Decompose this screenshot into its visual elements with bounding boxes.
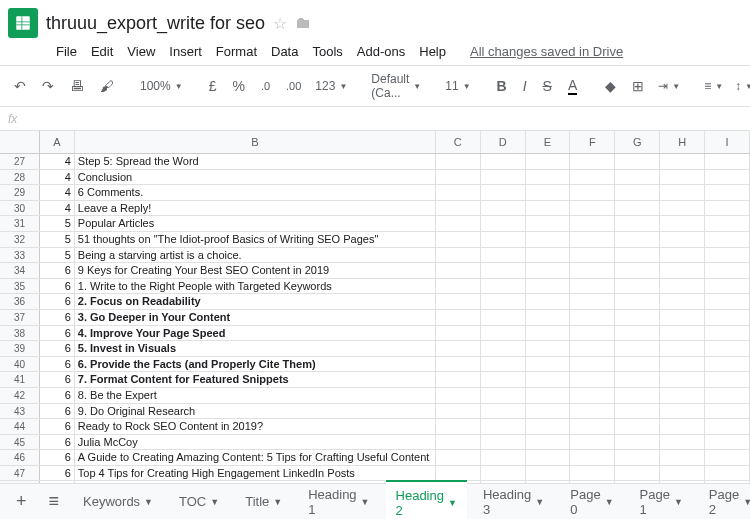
cell[interactable] — [660, 232, 705, 247]
cell[interactable] — [705, 310, 750, 325]
cell[interactable] — [526, 294, 571, 309]
cell[interactable] — [570, 232, 615, 247]
row-header[interactable]: 45 — [0, 435, 40, 450]
cell[interactable]: 5 — [40, 248, 75, 263]
cell[interactable] — [705, 404, 750, 419]
cell[interactable] — [615, 154, 660, 169]
menu-addons[interactable]: Add-ons — [357, 44, 405, 59]
cell[interactable] — [660, 450, 705, 465]
cell[interactable] — [526, 216, 571, 231]
col-header-I[interactable]: I — [705, 131, 750, 153]
cell[interactable] — [436, 154, 481, 169]
cell[interactable]: 1. Write to the Right People with Target… — [75, 279, 436, 294]
italic-button[interactable]: I — [517, 74, 533, 98]
cell[interactable] — [436, 341, 481, 356]
zoom-dropdown[interactable]: 100%▼ — [136, 77, 187, 95]
tab-keywords[interactable]: Keywords▼ — [73, 488, 163, 515]
cell[interactable] — [481, 388, 526, 403]
cell[interactable]: 4 — [40, 154, 75, 169]
tab-page-2[interactable]: Page 2▼ — [699, 481, 750, 520]
cell[interactable] — [570, 201, 615, 216]
cell[interactable]: Julia McCoy — [75, 435, 436, 450]
table-row[interactable]: 446Ready to Rock SEO Content in 2019? — [0, 419, 750, 435]
table-row[interactable]: 32551 thoughts on "The Idiot-proof Basic… — [0, 232, 750, 248]
col-header-F[interactable]: F — [570, 131, 615, 153]
cell[interactable] — [481, 372, 526, 387]
h-align-dropdown[interactable]: ≡▼ — [700, 77, 727, 95]
cell[interactable] — [705, 388, 750, 403]
cell[interactable] — [436, 310, 481, 325]
row-header[interactable]: 33 — [0, 248, 40, 263]
cell[interactable]: 3. Go Deeper in Your Content — [75, 310, 436, 325]
cell[interactable]: 5. Invest in Visuals — [75, 341, 436, 356]
cell[interactable] — [705, 154, 750, 169]
cell[interactable] — [481, 310, 526, 325]
cell[interactable]: 6 — [40, 404, 75, 419]
print-icon[interactable]: 🖶 — [64, 74, 90, 98]
cell[interactable]: Ready to Rock SEO Content in 2019? — [75, 419, 436, 434]
table-row[interactable]: 284Conclusion — [0, 170, 750, 186]
strikethrough-button[interactable]: S — [537, 74, 558, 98]
cell[interactable] — [615, 341, 660, 356]
fill-color-icon[interactable]: ◆ — [599, 74, 622, 98]
row-header[interactable]: 34 — [0, 263, 40, 278]
text-color-button[interactable]: A — [562, 73, 583, 99]
cell[interactable] — [705, 372, 750, 387]
menu-insert[interactable]: Insert — [169, 44, 202, 59]
cell[interactable] — [615, 466, 660, 481]
row-header[interactable]: 43 — [0, 404, 40, 419]
cell[interactable]: Top 4 Tips for Creating High Engagement … — [75, 466, 436, 481]
menu-help[interactable]: Help — [419, 44, 446, 59]
row-header[interactable]: 31 — [0, 216, 40, 231]
cell[interactable] — [705, 357, 750, 372]
tab-heading-2[interactable]: Heading 2▼ — [386, 480, 467, 520]
cell[interactable] — [570, 170, 615, 185]
cell[interactable] — [705, 232, 750, 247]
cell[interactable]: 4 — [40, 185, 75, 200]
menu-format[interactable]: Format — [216, 44, 257, 59]
cell[interactable] — [526, 279, 571, 294]
merge-cells-dropdown[interactable]: ⇥▼ — [654, 77, 684, 95]
cell[interactable] — [436, 201, 481, 216]
cell[interactable]: 51 thoughts on "The Idiot-proof Basics o… — [75, 232, 436, 247]
cell[interactable] — [660, 466, 705, 481]
cell[interactable]: 5 — [40, 216, 75, 231]
cell[interactable] — [660, 357, 705, 372]
document-title[interactable]: thruuu_export_write for seo — [46, 13, 265, 34]
cell[interactable] — [481, 294, 526, 309]
cell[interactable]: 6 — [40, 326, 75, 341]
save-status[interactable]: All changes saved in Drive — [470, 44, 623, 59]
cell[interactable] — [570, 326, 615, 341]
cell[interactable] — [660, 154, 705, 169]
cell[interactable] — [615, 357, 660, 372]
cell[interactable] — [436, 170, 481, 185]
cell[interactable] — [615, 435, 660, 450]
cell[interactable] — [705, 263, 750, 278]
cell[interactable] — [570, 154, 615, 169]
cell[interactable]: 4 — [40, 170, 75, 185]
cell[interactable] — [570, 419, 615, 434]
cell[interactable]: 6 — [40, 341, 75, 356]
cell[interactable]: A Guide to Creating Amazing Content: 5 T… — [75, 450, 436, 465]
cell[interactable] — [615, 310, 660, 325]
cell[interactable] — [436, 279, 481, 294]
cell[interactable]: 6. Provide the Facts (and Properly Cite … — [75, 357, 436, 372]
cell[interactable] — [660, 372, 705, 387]
cell[interactable] — [705, 435, 750, 450]
cell[interactable] — [436, 435, 481, 450]
cell[interactable]: 6 — [40, 388, 75, 403]
formula-input[interactable] — [25, 111, 742, 126]
cell[interactable] — [705, 326, 750, 341]
cell[interactable] — [526, 232, 571, 247]
cell[interactable] — [705, 294, 750, 309]
cell[interactable]: 2. Focus on Readability — [75, 294, 436, 309]
cell[interactable]: 6 — [40, 357, 75, 372]
cell[interactable] — [436, 450, 481, 465]
cell[interactable] — [705, 170, 750, 185]
cell[interactable] — [481, 450, 526, 465]
cell[interactable] — [436, 263, 481, 278]
v-align-dropdown[interactable]: ↕▼ — [731, 77, 750, 95]
cell[interactable] — [570, 216, 615, 231]
cell[interactable] — [436, 404, 481, 419]
row-header[interactable]: 27 — [0, 154, 40, 169]
